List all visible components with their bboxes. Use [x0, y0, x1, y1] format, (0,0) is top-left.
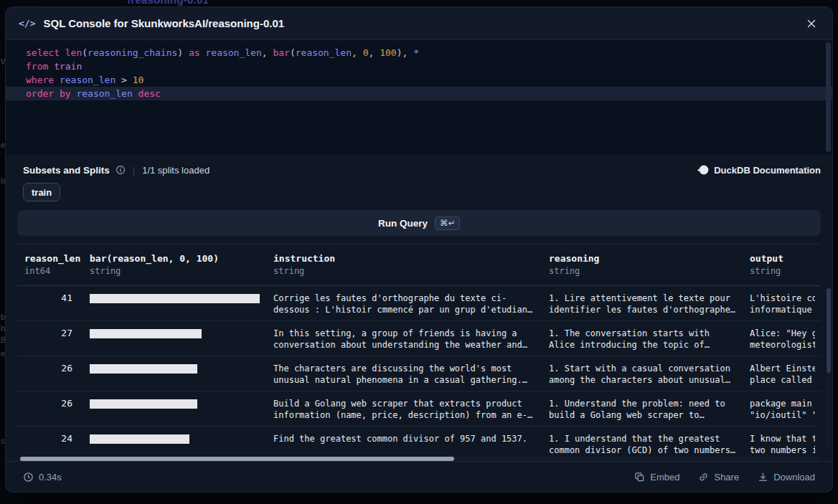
- value-bar: [90, 399, 197, 409]
- cell-output: package main "io/ioutil" ": [743, 391, 821, 426]
- keyboard-shortcut-badge: ⌘↵: [435, 217, 460, 230]
- duckdb-documentation-label: DuckDB Documentation: [714, 165, 821, 176]
- share-label: Share: [714, 472, 739, 482]
- column-header-instruction: instruction string: [266, 244, 542, 285]
- sql-line-1: select len(reasoning_chains) as reason_l…: [6, 46, 832, 60]
- query-duration-value: 0.34s: [39, 472, 62, 482]
- table-vertical-scrollbar-thumb[interactable]: [827, 288, 831, 373]
- cell-output: Alice: "Hey g meteorologist: [743, 321, 821, 356]
- cell-reasoning: 1. Start with a casual conversation amon…: [542, 356, 743, 391]
- footer-actions: Embed Share Download: [634, 472, 815, 482]
- cell-instruction: Build a Golang web scraper that extracts…: [266, 391, 542, 426]
- cell-reason-len: 41: [17, 286, 83, 320]
- subsets-heading: Subsets and Splits: [23, 165, 110, 176]
- cell-bar: [83, 427, 266, 456]
- embed-button[interactable]: Embed: [634, 472, 679, 482]
- download-button[interactable]: Download: [758, 472, 815, 482]
- value-bar: [90, 294, 260, 303]
- cell-bar: [83, 286, 266, 320]
- table-row[interactable]: 41 Corrige les fautes d'orthographe du t…: [17, 286, 821, 321]
- cell-instruction: Find the greatest common divisor of 957 …: [266, 427, 542, 456]
- cell-bar: [83, 321, 266, 356]
- value-bar: [90, 364, 197, 374]
- download-icon: [758, 472, 768, 482]
- share-link-icon: [698, 472, 709, 482]
- modal-title: SQL Console for SkunkworksAI/reasoning-0…: [43, 17, 284, 29]
- splits-loaded-status: 1/1 splits loaded: [142, 165, 210, 176]
- duckdb-logo-icon: [697, 164, 709, 176]
- cell-reasoning: 1. Lire attentivement le texte pour iden…: [542, 286, 743, 320]
- modal-header: </> SQL Console for SkunkworksAI/reasoni…: [6, 7, 832, 40]
- split-chip-train[interactable]: train: [23, 183, 60, 201]
- editor-vertical-scrollbar[interactable]: [826, 42, 831, 152]
- table-row[interactable]: 27 In this setting, a group of friends i…: [17, 321, 821, 356]
- column-header-reason-len: reason_len int64: [17, 244, 83, 285]
- cell-reason-len: 26: [17, 391, 83, 426]
- cell-instruction: In this setting, a group of friends is h…: [266, 321, 542, 356]
- cell-reasoning: 1. I understand that the greatest common…: [542, 427, 743, 456]
- table-header-row: reason_len int64 bar(reason_len, 0, 100)…: [17, 244, 821, 286]
- column-header-bar: bar(reason_len, 0, 100) string: [83, 244, 266, 285]
- code-icon: </>: [19, 18, 35, 29]
- clock-icon: [23, 472, 34, 482]
- sql-line-3: where reason_len > 10: [6, 73, 832, 87]
- sql-line-2: from train: [6, 60, 832, 73]
- cell-output: L'histoire co informatique: [743, 286, 821, 320]
- run-query-label: Run Query: [378, 218, 428, 229]
- cell-reasoning: 1. The conversation starts with Alice in…: [542, 321, 743, 356]
- background-page-title-fragment: /reasoning-0.01: [128, 0, 209, 6]
- sql-console-modal: </> SQL Console for SkunkworksAI/reasoni…: [6, 7, 832, 492]
- info-icon[interactable]: [116, 165, 126, 175]
- cell-output: Albert Einste place called: [743, 356, 821, 391]
- download-label: Download: [773, 472, 815, 482]
- embed-icon: [634, 472, 645, 482]
- query-duration: 0.34s: [23, 472, 62, 482]
- modal-footer: 0.34s Embed Share Download: [6, 461, 832, 492]
- divider: |: [133, 165, 135, 176]
- column-header-output: output string: [743, 244, 821, 285]
- cell-reason-len: 26: [17, 356, 83, 391]
- background-left-strip: WeisbhBes: [0, 0, 6, 504]
- cell-bar: [83, 391, 266, 426]
- table-row[interactable]: 24 Find the greatest common divisor of 9…: [17, 427, 821, 456]
- cell-bar: [83, 356, 266, 391]
- cell-reason-len: 27: [17, 321, 83, 356]
- table-body: 41 Corrige les fautes d'orthographe du t…: [17, 286, 821, 456]
- cell-instruction: Corrige les fautes d'orthographe du text…: [266, 286, 542, 320]
- duckdb-documentation-link[interactable]: DuckDB Documentation: [697, 164, 821, 176]
- cell-reason-len: 24: [17, 427, 83, 456]
- cell-output: I know that t two numbers i: [743, 427, 821, 456]
- value-bar: [90, 434, 189, 444]
- table-row[interactable]: 26 The characters are discussing the wor…: [17, 356, 821, 391]
- table-vertical-scrollbar[interactable]: [827, 288, 831, 452]
- share-button[interactable]: Share: [698, 472, 739, 482]
- value-bar: [90, 329, 202, 338]
- embed-label: Embed: [650, 472, 679, 482]
- sql-editor[interactable]: select len(reasoning_chains) as reason_l…: [6, 40, 832, 155]
- column-header-reasoning: reasoning string: [542, 244, 743, 285]
- sql-line-4-active: order by reason_len desc: [6, 87, 832, 100]
- cell-reasoning: 1. Understand the problem: need to build…: [542, 391, 743, 426]
- table-row[interactable]: 26 Build a Golang web scraper that extra…: [17, 391, 821, 427]
- results-table: reason_len int64 bar(reason_len, 0, 100)…: [17, 244, 821, 456]
- close-icon[interactable]: [804, 16, 819, 32]
- cell-instruction: The characters are discussing the world'…: [266, 356, 542, 391]
- subsets-row: Subsets and Splits | 1/1 splits loaded D…: [23, 164, 821, 176]
- run-query-button[interactable]: Run Query ⌘↵: [17, 210, 821, 236]
